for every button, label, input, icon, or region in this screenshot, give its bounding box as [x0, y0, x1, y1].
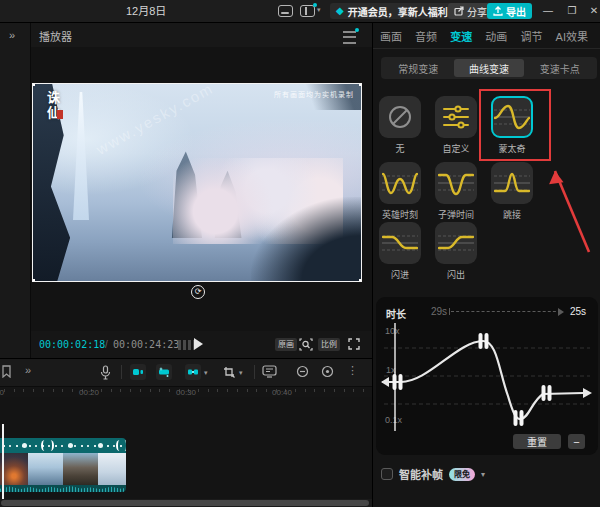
jump-curve-icon — [494, 169, 530, 197]
project-date: 12月8日 — [126, 0, 166, 22]
flash-out-curve-icon — [438, 229, 474, 257]
tab-adjust[interactable]: 调节 — [520, 28, 542, 44]
membership-banner[interactable]: ◆ 开通会员，享新人福利 — [330, 3, 462, 19]
captions-icon[interactable] — [278, 5, 293, 17]
selection-handle[interactable] — [359, 84, 361, 86]
zoom-fit-icon[interactable] — [321, 365, 334, 378]
beat-marker[interactable] — [68, 443, 73, 448]
player-header: 播放器 — [31, 23, 372, 47]
zoom-out-icon[interactable] — [296, 365, 309, 378]
export-label: 导出 — [506, 4, 526, 19]
preset-jump-cut[interactable]: 跳接 — [484, 162, 540, 221]
frame-interpolation-checkbox[interactable] — [381, 468, 393, 480]
play-button[interactable] — [194, 338, 203, 350]
duration-before: 29s — [431, 306, 447, 317]
video-preview[interactable]: 诛仙 所有画面均为实机录制 www.yesky.com — [33, 84, 361, 281]
tab-animation[interactable]: 动画 — [485, 28, 507, 44]
preset-flash-out[interactable]: 闪出 — [428, 222, 484, 281]
selection-handle[interactable] — [33, 84, 35, 86]
reset-button[interactable]: 重置 — [513, 434, 561, 449]
timeline-playhead[interactable] — [2, 424, 4, 507]
more-options-icon[interactable]: ⋮ — [347, 364, 358, 377]
ruler-label: 00:40 — [272, 388, 292, 397]
chevron-down-icon[interactable]: ▾ — [239, 369, 243, 377]
duration-label: 时长 — [386, 306, 406, 321]
ruler-label: 00:30 — [176, 388, 196, 397]
rotate-handle[interactable]: ⟳ — [191, 285, 205, 299]
hero-curve-icon — [382, 169, 418, 197]
preset-custom[interactable]: 自定义 — [428, 96, 484, 155]
remove-point-button[interactable]: − — [568, 434, 585, 449]
fullscreen-icon[interactable] — [348, 338, 360, 350]
video-scene-spire — [73, 92, 89, 220]
chevron-down-icon[interactable]: ▾ — [481, 470, 485, 479]
microphone-icon[interactable] — [100, 365, 111, 380]
game-logo-seal — [57, 110, 63, 119]
tab-audio[interactable]: 音频 — [415, 28, 437, 44]
close-button[interactable]: ✕ — [584, 0, 600, 22]
subtab-beat-speed[interactable]: 变速卡点 — [524, 59, 595, 77]
preview-zoom-icon[interactable] — [299, 338, 313, 351]
collapse-tracks-icon[interactable]: » — [25, 364, 31, 376]
frame-interpolation-label: 智能补帧 — [399, 466, 443, 482]
freeze-frame-tool-icon[interactable] — [130, 364, 146, 380]
speed-curve-graph[interactable]: 10x 1x 0.1x — [380, 321, 594, 433]
speed-tool-icon[interactable] — [185, 364, 201, 380]
clip-audio-waveform — [0, 485, 126, 492]
crop-tool-icon[interactable] — [221, 364, 237, 380]
chevron-down-icon[interactable]: ▾ — [204, 369, 208, 377]
quality-button[interactable]: 原画 — [275, 338, 297, 351]
expand-panel-icon[interactable]: » — [9, 29, 15, 41]
curve-handle-icon[interactable] — [47, 440, 54, 451]
clip-beat-track[interactable] — [0, 438, 126, 453]
maximize-button[interactable]: ❐ — [562, 0, 582, 22]
speed-curve[interactable] — [383, 341, 583, 419]
player-panel: 播放器 诛仙 所有画面均为实机录制 www.yesky.com ⟳ 00:00:… — [31, 23, 372, 358]
frame-step-icon[interactable] — [178, 340, 194, 350]
tab-picture[interactable]: 画面 — [380, 28, 402, 44]
layout-switch-icon[interactable] — [300, 5, 315, 17]
preview-axis-icon[interactable] — [262, 365, 277, 378]
minimize-button[interactable]: — — [538, 0, 558, 22]
highlight-box — [479, 89, 551, 161]
selection-handle[interactable] — [359, 279, 361, 281]
curve-right-arrow — [583, 388, 592, 398]
track-area[interactable] — [0, 397, 372, 499]
player-title: 播放器 — [39, 28, 72, 44]
subtab-normal-speed[interactable]: 常规变速 — [383, 59, 454, 77]
y-axis-bottom-label: 0.1x — [385, 415, 403, 425]
duration-arrow — [451, 311, 561, 312]
preset-none[interactable]: 无 — [372, 96, 428, 155]
tab-speed[interactable]: 变速 — [450, 28, 472, 44]
clip-thumbnail — [28, 453, 63, 485]
selection-handle[interactable] — [33, 279, 35, 281]
capcut-app-window: 12月8日 ▾ ◆ 开通会员，享新人福利 分享 导出 — ❐ ✕ — [0, 0, 600, 507]
subtab-curve-speed[interactable]: 曲线变速 — [454, 59, 525, 77]
preset-flash-in[interactable]: 闪进 — [372, 222, 428, 281]
timecode-separator: / — [105, 339, 108, 350]
bookmark-icon[interactable] — [2, 365, 11, 378]
scrollbar-thumb[interactable] — [1, 500, 369, 506]
beat-marker[interactable] — [22, 443, 27, 448]
tab-ai-effects[interactable]: AI效果 — [556, 28, 588, 44]
smart-edit-tool-icon[interactable] — [156, 364, 172, 380]
panel-tabs: 画面 音频 变速 动画 调节 AI效果 — [373, 23, 600, 49]
frame-interpolation-row: 智能补帧 限免 ▾ — [381, 466, 485, 482]
none-icon — [387, 104, 413, 130]
timeline-scrollbar[interactable] — [0, 499, 372, 507]
preset-hero-moment[interactable]: 英雄时刻 — [372, 162, 428, 221]
video-note: 所有画面均为实机录制 — [274, 89, 354, 99]
chevron-down-icon[interactable]: ▾ — [317, 6, 321, 14]
membership-text: 开通会员，享新人福利 — [348, 4, 448, 19]
ratio-button[interactable]: 比例 — [318, 338, 340, 351]
curve-handle-icon[interactable] — [121, 440, 126, 451]
preset-bullet-time[interactable]: 子弹时间 — [428, 162, 484, 221]
player-menu-icon[interactable] — [343, 31, 356, 44]
total-timecode: 00:00:24:23 — [113, 339, 179, 350]
playback-bar: 00:00:02:18 / 00:00:24:23 原画 比例 — [31, 331, 372, 358]
export-button[interactable]: 导出 — [487, 3, 532, 19]
flash-in-curve-icon — [382, 229, 418, 257]
vip-gem-icon: ◆ — [336, 6, 344, 16]
video-clip[interactable] — [0, 438, 126, 492]
beat-marker[interactable] — [98, 443, 103, 448]
